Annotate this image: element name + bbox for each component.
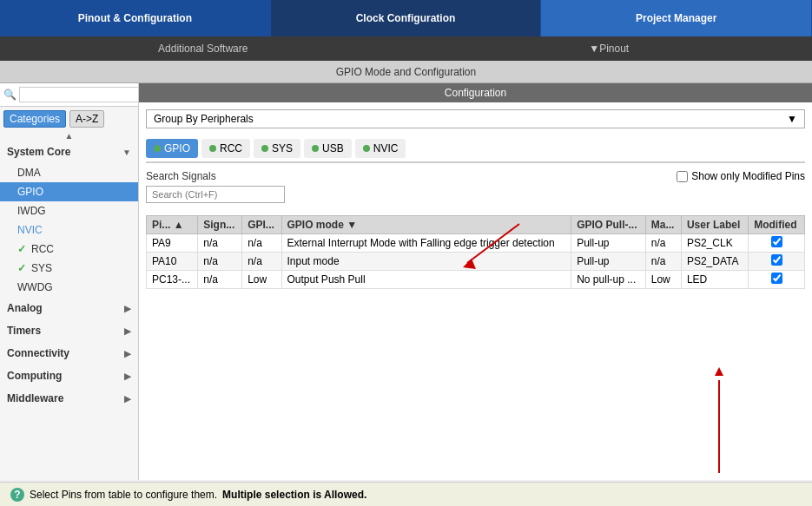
middleware-category[interactable]: Middleware ▶ — [0, 387, 138, 410]
search-bar: 🔍 ▼ — [0, 83, 138, 107]
connectivity-section: Connectivity ▶ — [0, 342, 138, 365]
search-signals-input[interactable] — [146, 186, 285, 203]
sidebar-item-rcc[interactable]: ✓ RCC — [0, 240, 138, 259]
sys-tab-dot — [261, 145, 268, 152]
cell-max-1: n/a — [645, 253, 681, 271]
cell-signal-0: n/a — [198, 234, 242, 253]
cell-gpio-0: n/a — [242, 234, 281, 253]
col-gpio[interactable]: GPI... — [242, 216, 281, 234]
table-row: PC13-... n/a Low Output Push Pull No pul… — [147, 271, 805, 289]
cell-gpio-2: Low — [242, 271, 281, 289]
analog-category[interactable]: Analog ▶ — [0, 297, 138, 319]
connectivity-category[interactable]: Connectivity ▶ — [0, 342, 138, 365]
gpio-tab-dot — [154, 145, 161, 152]
usb-tab-dot — [312, 145, 319, 152]
rcc-peripheral-tab[interactable]: RCC — [201, 139, 250, 158]
cell-label-0: PS2_CLK — [681, 234, 748, 253]
analog-section: Analog ▶ — [0, 297, 138, 319]
show-modified-checkbox[interactable] — [677, 171, 688, 182]
gpio-peripheral-tab[interactable]: GPIO — [146, 139, 198, 158]
cell-pull-1: Pull-up — [571, 253, 646, 271]
sidebar-item-gpio[interactable]: GPIO — [0, 182, 138, 201]
status-bold-text: Multiple selection is Allowed. — [222, 489, 366, 501]
nvic-peripheral-tab[interactable]: NVIC — [355, 139, 406, 158]
cell-pin-0: PA9 — [147, 234, 198, 253]
col-pin[interactable]: Pi... ▲ — [147, 216, 198, 234]
filter-tabs: Categories A->Z — [0, 107, 138, 131]
group-by-row: Group By Peripherals ▼ — [146, 109, 805, 128]
gpio-mode-header: GPIO Mode and Configuration — [0, 61, 812, 83]
cell-mode-0: External Interrupt Mode with Falling edg… — [281, 234, 571, 253]
cell-signal-1: n/a — [198, 253, 242, 271]
config-header: Configuration — [139, 83, 812, 102]
cell-pull-2: No pull-up ... — [571, 271, 646, 289]
svg-marker-3 — [715, 367, 723, 376]
col-max[interactable]: Ma... — [645, 216, 681, 234]
col-label[interactable]: User Label — [681, 216, 748, 234]
modified-checkbox-2[interactable] — [771, 273, 782, 284]
sidebar: 🔍 ▼ Categories A->Z ▲ System Core ▼ — [0, 83, 139, 480]
cell-mode-2: Output Push Pull — [281, 271, 571, 289]
cell-gpio-1: n/a — [242, 253, 281, 271]
timers-section: Timers ▶ — [0, 319, 138, 342]
analog-arrow: ▶ — [124, 304, 131, 313]
timers-category[interactable]: Timers ▶ — [0, 319, 138, 342]
group-by-select[interactable]: Group By Peripherals ▼ — [146, 109, 805, 128]
status-icon: ? — [10, 488, 24, 502]
system-core-section: ▲ System Core ▼ DMA GPIO IWDG NVIC — [0, 131, 138, 297]
cell-pin-2: PC13-... — [147, 271, 198, 289]
search-signals-container: Search Signals — [146, 170, 285, 210]
categories-filter-tab[interactable]: Categories — [3, 110, 66, 128]
top-nav: Pinout & Configuration Clock Configurati… — [0, 0, 812, 36]
computing-category[interactable]: Computing ▶ — [0, 365, 138, 387]
rcc-tab-dot — [209, 145, 216, 152]
cell-mode-1: Input mode — [281, 253, 571, 271]
az-filter-tab[interactable]: A->Z — [69, 110, 104, 128]
status-text: Select Pins from table to configure them… — [30, 489, 217, 501]
clock-config-tab[interactable]: Clock Configuration — [271, 0, 542, 36]
usb-peripheral-tab[interactable]: USB — [304, 139, 352, 158]
show-modified-container: Show only Modified Pins — [677, 170, 805, 182]
cell-max-2: Low — [645, 271, 681, 289]
sys-peripheral-tab[interactable]: SYS — [254, 139, 300, 158]
modified-checkbox-1[interactable] — [771, 254, 782, 266]
show-modified-label: Show only Modified Pins — [691, 170, 805, 182]
pinout-tab[interactable]: ▼ Pinout — [406, 43, 813, 55]
middleware-arrow: ▶ — [124, 394, 131, 404]
cell-pin-1: PA10 — [147, 253, 198, 271]
additional-software-tab[interactable]: Additional Software — [0, 43, 406, 55]
peripheral-tabs: GPIO RCC SYS USB NVIC — [146, 135, 805, 163]
middleware-section: Middleware ▶ — [0, 387, 138, 410]
cell-max-0: n/a — [645, 234, 681, 253]
search-signals-row: Search Signals Show only Modified Pins — [146, 170, 805, 210]
status-bar: ? Select Pins from table to configure th… — [0, 482, 812, 506]
table-row: PA10 n/a n/a Input mode Pull-up n/a PS2_… — [147, 253, 805, 271]
table-row: PA9 n/a n/a External Interrupt Mode with… — [147, 234, 805, 253]
sidebar-search-input[interactable] — [19, 87, 139, 102]
table-header-row: Pi... ▲ Sign... GPI... GPIO mode ▼ GPIO … — [147, 216, 805, 234]
cell-modified-1[interactable] — [749, 253, 805, 271]
col-pull[interactable]: GPIO Pull-... — [571, 216, 646, 234]
computing-section: Computing ▶ — [0, 365, 138, 387]
sidebar-item-sys[interactable]: ✓ SYS — [0, 259, 138, 278]
cell-modified-0[interactable] — [749, 234, 805, 253]
scroll-up-indicator: ▲ — [0, 131, 138, 141]
cell-modified-2[interactable] — [749, 271, 805, 289]
cell-label-2: LED — [681, 271, 748, 289]
sidebar-item-iwdg[interactable]: IWDG — [0, 201, 138, 220]
nvic-tab-dot — [363, 145, 370, 152]
sidebar-item-nvic[interactable]: NVIC — [0, 220, 138, 240]
system-core-category[interactable]: System Core ▼ — [0, 141, 138, 163]
col-signal[interactable]: Sign... — [198, 216, 242, 234]
col-mode[interactable]: GPIO mode ▼ — [281, 216, 571, 234]
col-modified[interactable]: Modified — [749, 216, 805, 234]
sidebar-item-dma[interactable]: DMA — [0, 163, 138, 182]
gpio-table: Pi... ▲ Sign... GPI... GPIO mode ▼ GPIO … — [146, 215, 805, 289]
project-manager-tab[interactable]: Project Manager — [541, 0, 812, 36]
search-icon: 🔍 — [3, 89, 17, 101]
modified-checkbox-0[interactable] — [771, 236, 782, 247]
search-signals-label: Search Signals — [146, 170, 285, 182]
sidebar-item-wwdg[interactable]: WWDG — [0, 278, 138, 297]
pinout-config-tab[interactable]: Pinout & Configuration — [0, 0, 271, 36]
table-container: Pi... ▲ Sign... GPI... GPIO mode ▼ GPIO … — [146, 215, 805, 473]
